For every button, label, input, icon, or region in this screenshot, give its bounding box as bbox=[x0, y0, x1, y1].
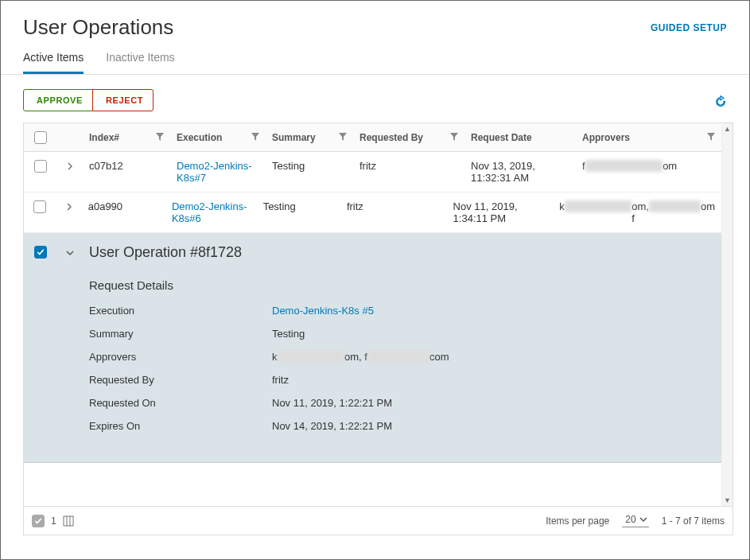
guided-setup-link[interactable]: GUIDED SETUP bbox=[651, 22, 727, 33]
items-per-page-value: 20 bbox=[625, 514, 635, 525]
approve-button[interactable]: APPROVE bbox=[23, 89, 93, 111]
operations-table: Index# Execution Summary Requested By Re… bbox=[23, 122, 733, 535]
detail-approvers-value: kxxxxxxxxxxxxxom, fxxxxxxxxxxxxcom bbox=[272, 351, 449, 363]
table-row[interactable]: c07b12 Demo2-Jenkins-K8s#7 Testing fritz… bbox=[24, 152, 733, 192]
detail-expires-on-label: Expires On bbox=[89, 420, 272, 432]
cell-approvers: fxxxxxxxxxxxxxxxom bbox=[576, 160, 721, 184]
col-requested-by-label: Requested By bbox=[359, 132, 423, 143]
scrollbar[interactable]: ▲ ▼ bbox=[721, 123, 733, 506]
detail-requested-on-value: Nov 11, 2019, 1:22:21 PM bbox=[272, 397, 392, 409]
detail-summary-value: Testing bbox=[272, 328, 305, 340]
filter-icon[interactable] bbox=[707, 132, 715, 143]
filter-icon[interactable] bbox=[339, 132, 347, 143]
cell-approvers: kxxxxxxxxxxxxxom, fxxxxxxxxxxom bbox=[553, 200, 721, 224]
select-all-checkbox[interactable] bbox=[34, 131, 47, 144]
filter-icon[interactable] bbox=[251, 132, 259, 143]
table-header: Index# Execution Summary Requested By Re… bbox=[24, 123, 733, 152]
detail-requested-by-value: fritz bbox=[272, 374, 289, 386]
tab-inactive-items[interactable]: Inactive Items bbox=[106, 51, 174, 74]
cell-request-date: Nov 13, 2019, 11:32:31 AM bbox=[464, 160, 576, 184]
cell-index: c07b12 bbox=[83, 160, 170, 184]
table-row[interactable]: a0a990 Demo2-Jenkins-K8s#6 Testing fritz… bbox=[24, 192, 733, 233]
execution-link[interactable]: Demo2-Jenkins-K8s#7 bbox=[177, 160, 259, 184]
reject-label: REJECT bbox=[106, 95, 143, 105]
cell-requested-by: fritz bbox=[353, 160, 464, 184]
detail-approvers-label: Approvers bbox=[89, 351, 272, 363]
page-title: User Operations bbox=[23, 15, 173, 40]
items-per-page-select[interactable]: 20 bbox=[622, 514, 648, 527]
col-index-label: Index# bbox=[89, 132, 119, 143]
reject-button[interactable]: REJECT bbox=[92, 89, 153, 111]
cell-summary: Testing bbox=[266, 160, 353, 184]
svg-rect-0 bbox=[64, 516, 73, 526]
cell-request-date: Nov 11, 2019, 1:34:11 PM bbox=[447, 200, 554, 224]
selection-count: 1 bbox=[51, 515, 56, 527]
chevron-down-icon bbox=[639, 515, 647, 523]
execution-link[interactable]: Demo2-Jenkins-K8s#6 bbox=[172, 200, 251, 224]
cell-requested-by: fritz bbox=[340, 200, 447, 224]
tab-active-items[interactable]: Active Items bbox=[23, 51, 84, 74]
filter-icon[interactable] bbox=[450, 132, 458, 143]
table-footer: 1 Items per page 20 1 - 7 of 7 items bbox=[24, 506, 733, 535]
row-checkbox[interactable] bbox=[34, 246, 47, 259]
detail-execution-label: Execution bbox=[89, 305, 272, 317]
row-checkbox[interactable] bbox=[33, 200, 46, 213]
items-per-page-label: Items per page bbox=[546, 515, 609, 527]
detail-requested-by-label: Requested By bbox=[89, 374, 272, 386]
expanded-title: User Operation #8f1728 bbox=[89, 244, 721, 261]
collapse-icon[interactable] bbox=[64, 247, 76, 259]
refresh-icon[interactable] bbox=[714, 95, 727, 111]
detail-execution-link[interactable]: Demo-Jenkins-K8s #5 bbox=[272, 305, 374, 317]
cell-summary: Testing bbox=[257, 200, 340, 224]
detail-requested-on-label: Requested On bbox=[89, 397, 272, 409]
col-summary-label: Summary bbox=[272, 132, 316, 143]
selection-indicator-checkbox[interactable] bbox=[32, 515, 45, 527]
col-approvers-label: Approvers bbox=[582, 132, 630, 143]
col-request-date-label: Request Date bbox=[471, 132, 532, 143]
approve-label: APPROVE bbox=[37, 95, 83, 105]
expanded-section-heading: Request Details bbox=[89, 278, 721, 292]
table-row-expanded: User Operation #8f1728 Request Details E… bbox=[24, 233, 733, 463]
col-execution-label: Execution bbox=[177, 132, 222, 143]
expand-icon[interactable] bbox=[64, 160, 76, 173]
detail-expires-on-value: Nov 14, 2019, 1:22:21 PM bbox=[272, 420, 392, 432]
scroll-down-icon[interactable]: ▼ bbox=[722, 495, 733, 506]
pagination-range: 1 - 7 of 7 items bbox=[662, 515, 725, 527]
cell-index: a0a990 bbox=[82, 200, 165, 224]
row-checkbox[interactable] bbox=[34, 160, 47, 173]
scroll-up-icon[interactable]: ▲ bbox=[722, 123, 733, 134]
expand-icon[interactable] bbox=[63, 200, 76, 213]
filter-icon[interactable] bbox=[156, 132, 164, 143]
detail-summary-label: Summary bbox=[89, 328, 272, 340]
column-toggle-icon[interactable] bbox=[63, 515, 74, 527]
